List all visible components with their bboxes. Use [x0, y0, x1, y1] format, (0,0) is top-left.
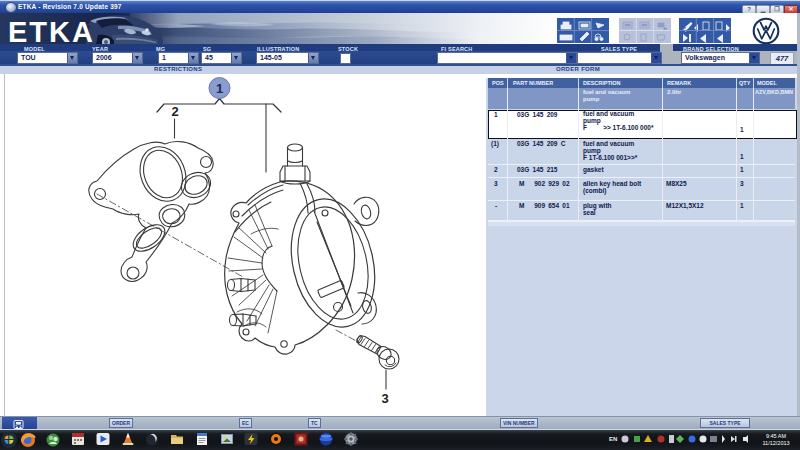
svg-text:3: 3 — [381, 391, 388, 406]
svg-text:2: 2 — [171, 104, 178, 119]
svg-text:1: 1 — [216, 81, 223, 96]
